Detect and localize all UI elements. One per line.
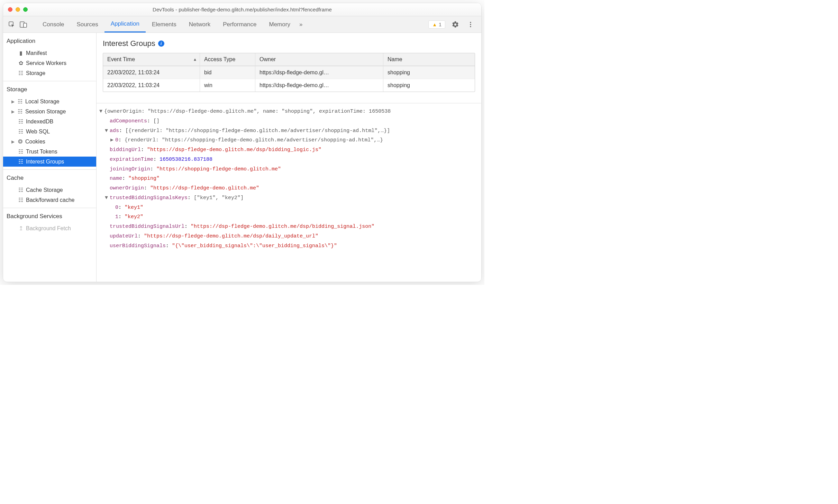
table-header: Event Time▴ Access Type Owner Name [103, 53, 475, 66]
cell-name: shopping [383, 66, 475, 79]
sidebar-item-indexeddb[interactable]: ☷IndexedDB [3, 116, 96, 127]
expand-icon[interactable]: ▶ [11, 109, 15, 114]
expand-icon[interactable]: ▶ [110, 136, 115, 145]
warning-icon: ▲ [432, 22, 437, 27]
sidebar-group-cache: Cache [3, 170, 96, 185]
tab-performance[interactable]: Performance [217, 16, 263, 32]
more-options-button[interactable] [465, 19, 476, 30]
devtools-toolbar: Console Sources Application Elements Net… [3, 16, 481, 33]
table-row[interactable]: 22/03/2022, 11:03:24 bid https://dsp-fle… [103, 66, 475, 79]
sidebar-item-label: Cache Storage [26, 187, 63, 193]
database-icon: ☷ [18, 148, 24, 155]
issues-count: 1 [439, 22, 441, 27]
window-titlebar: DevTools - publisher-fledge-demo.glitch.… [3, 3, 481, 16]
tab-memory[interactable]: Memory [263, 16, 296, 32]
sidebar-item-label: Interest Groups [26, 159, 64, 165]
sidebar-item-service-workers[interactable]: ✿Service Workers [3, 58, 96, 68]
inspect-element-button[interactable] [7, 19, 17, 30]
cell-event-time: 22/03/2022, 11:03:24 [103, 66, 200, 79]
col-owner[interactable]: Owner [255, 53, 383, 66]
sidebar-group-application: Application [3, 33, 96, 48]
sidebar-item-label: Background Fetch [26, 225, 71, 232]
application-sidebar: Application ▮Manifest ✿Service Workers ☷… [3, 33, 97, 282]
main-panel: Interest Groups i Event Time▴ Access Typ… [97, 33, 481, 282]
cell-access-type: bid [200, 66, 255, 79]
cell-event-time: 22/03/2022, 11:03:24 [103, 79, 200, 92]
cell-owner: https://dsp-fledge-demo.gl… [255, 66, 383, 79]
panel-heading: Interest Groups i [97, 33, 481, 53]
info-icon[interactable]: i [158, 40, 164, 47]
sidebar-item-cookies[interactable]: ▶❂Cookies [3, 137, 96, 147]
cell-name: shopping [383, 79, 475, 92]
sidebar-group-storage: Storage [3, 81, 96, 96]
devtools-window: DevTools - publisher-fledge-demo.glitch.… [3, 3, 482, 282]
col-event-time[interactable]: Event Time▴ [103, 53, 200, 66]
sidebar-item-label: Session Storage [25, 109, 66, 115]
collapse-icon[interactable]: ▼ [105, 193, 110, 203]
sidebar-item-label: Cookies [25, 139, 45, 145]
svg-point-5 [470, 26, 471, 27]
sidebar-item-trust-tokens[interactable]: ☷Trust Tokens [3, 147, 96, 157]
collapse-icon[interactable]: ▼ [99, 107, 104, 116]
sidebar-item-label: Web SQL [26, 129, 50, 135]
storage-icon: ☷ [17, 108, 23, 115]
settings-button[interactable] [450, 19, 461, 30]
issues-badge[interactable]: ▲ 1 [428, 20, 445, 29]
tab-application[interactable]: Application [104, 16, 146, 32]
interest-groups-table: Event Time▴ Access Type Owner Name 22/03… [103, 53, 475, 92]
col-name[interactable]: Name [383, 53, 475, 66]
object-detail-pane: ▼{ownerOrigin: "https://dsp-fledge-demo.… [97, 103, 481, 258]
sidebar-item-local-storage[interactable]: ▶☷Local Storage [3, 96, 96, 106]
sidebar-item-label: Trust Tokens [26, 149, 57, 155]
minimize-window-button[interactable] [16, 7, 20, 12]
svg-point-4 [470, 24, 471, 25]
sidebar-item-background-fetch[interactable]: ↥Background Fetch [3, 223, 96, 233]
sidebar-item-label: Service Workers [26, 60, 66, 66]
devtools-tabs: Console Sources Application Elements Net… [36, 16, 427, 32]
sidebar-item-storage-overview[interactable]: ☷Storage [3, 68, 96, 78]
database-icon: ☷ [18, 158, 24, 165]
database-icon: ☷ [18, 70, 24, 76]
database-icon: ☷ [18, 118, 24, 125]
sidebar-item-label: IndexedDB [26, 119, 53, 125]
col-access-type[interactable]: Access Type [200, 53, 255, 66]
database-icon: ☷ [18, 128, 24, 135]
tab-elements[interactable]: Elements [146, 16, 183, 32]
svg-rect-2 [24, 23, 27, 27]
sort-asc-icon: ▴ [194, 56, 196, 62]
window-title: DevTools - publisher-fledge-demo.glitch.… [3, 7, 481, 12]
sidebar-item-back-forward-cache[interactable]: ☷Back/forward cache [3, 195, 96, 205]
tab-console[interactable]: Console [36, 16, 70, 32]
database-icon: ☷ [18, 197, 24, 203]
traffic-lights [8, 7, 28, 12]
expand-icon[interactable]: ▶ [11, 139, 15, 144]
gear-icon: ✿ [18, 60, 24, 66]
sidebar-item-label: Storage [26, 70, 45, 76]
tab-network[interactable]: Network [183, 16, 217, 32]
table-row[interactable]: 22/03/2022, 11:03:24 win https://dsp-fle… [103, 79, 475, 92]
sidebar-item-cache-storage[interactable]: ☷Cache Storage [3, 185, 96, 195]
tab-sources[interactable]: Sources [70, 16, 104, 32]
sidebar-item-interest-groups[interactable]: ☷Interest Groups [3, 157, 96, 167]
sidebar-item-label: Local Storage [25, 99, 60, 105]
close-window-button[interactable] [8, 7, 12, 12]
cell-owner: https://dsp-fledge-demo.gl… [255, 79, 383, 92]
expand-icon[interactable]: ▶ [11, 99, 15, 104]
sidebar-item-session-storage[interactable]: ▶☷Session Storage [3, 106, 96, 116]
sidebar-item-label: Back/forward cache [26, 197, 75, 203]
device-toolbar-button[interactable] [18, 19, 29, 30]
document-icon: ▮ [18, 50, 24, 56]
more-tabs-button[interactable]: » [297, 16, 305, 32]
storage-icon: ☷ [17, 98, 23, 105]
database-icon: ☷ [18, 187, 24, 193]
sidebar-item-label: Manifest [26, 50, 47, 56]
object-header: {ownerOrigin: "https://dsp-fledge-demo.g… [104, 109, 391, 114]
collapse-icon[interactable]: ▼ [105, 126, 110, 136]
cookie-icon: ❂ [17, 138, 23, 145]
sidebar-group-background-services: Background Services [3, 208, 96, 223]
cell-access-type: win [200, 79, 255, 92]
sidebar-item-manifest[interactable]: ▮Manifest [3, 48, 96, 58]
maximize-window-button[interactable] [23, 7, 28, 12]
sidebar-item-websql[interactable]: ☷Web SQL [3, 127, 96, 137]
upload-icon: ↥ [18, 225, 24, 232]
